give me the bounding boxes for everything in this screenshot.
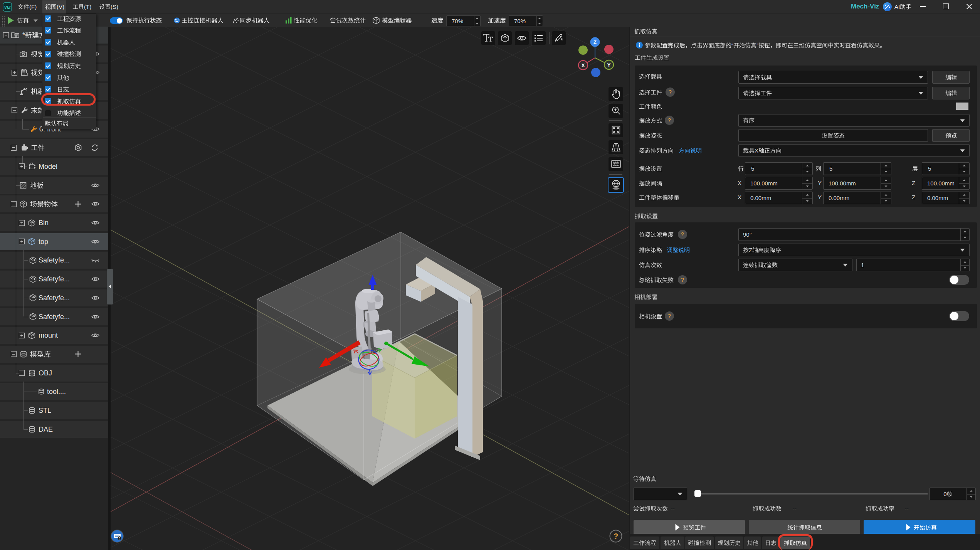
svg-text:Y: Y: [607, 62, 611, 68]
svg-text:?: ?: [681, 231, 684, 237]
svg-text:?: ?: [668, 313, 671, 319]
svg-text:?: ?: [681, 277, 684, 283]
svg-text:?: ?: [614, 532, 618, 540]
svg-text:Z: Z: [593, 39, 597, 45]
svg-text:VIZ: VIZ: [4, 5, 11, 10]
svg-text:X: X: [582, 62, 585, 68]
svg-text:?: ?: [668, 117, 671, 123]
svg-text:?: ?: [669, 89, 672, 95]
